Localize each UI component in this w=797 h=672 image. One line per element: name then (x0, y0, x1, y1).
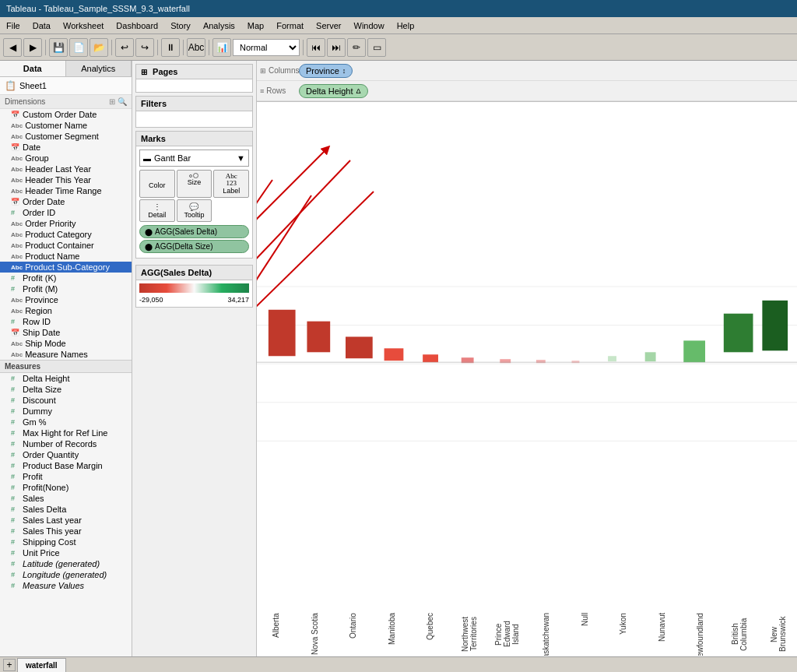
forward-button[interactable]: ▶ (23, 38, 42, 57)
field-discount[interactable]: #Discount (0, 395, 132, 406)
marks-detail-btn[interactable]: ⋮ Detail (139, 199, 175, 222)
field-customer-segment[interactable]: AbcCustomer Segment (0, 131, 132, 142)
field-sales-this-year[interactable]: #Sales This year (0, 526, 132, 537)
bar-alberta[interactable] (269, 310, 296, 356)
menu-dashboard[interactable]: Dashboard (110, 19, 164, 32)
bar-null[interactable] (572, 361, 580, 363)
field-order-quantity[interactable]: #Order Quantity (0, 449, 132, 460)
back-button[interactable]: ◀ (3, 38, 22, 57)
field-custom-order-date[interactable]: 📅Custom Order Date (0, 109, 132, 120)
save-button[interactable]: 💾 (49, 38, 68, 57)
title-text: Tableau - Tableau_Sample_SSSM_9.3_waterf… (6, 4, 190, 13)
field-product-base-margin[interactable]: #Product Base Margin (0, 460, 132, 471)
marks-pill-delta-size[interactable]: ⬤ AGG(Delta Size) (139, 240, 249, 253)
menu-window[interactable]: Window (348, 19, 391, 32)
field-row-id[interactable]: #Row ID (0, 316, 132, 327)
field-longitude[interactable]: #Longitude (generated) (0, 569, 132, 580)
field-product-name[interactable]: AbcProduct Name (0, 251, 132, 262)
separator-2 (111, 40, 112, 55)
field-ship-mode[interactable]: AbcShip Mode (0, 338, 132, 349)
chart-button[interactable]: 📊 (212, 38, 231, 57)
field-sales[interactable]: #Sales (0, 493, 132, 504)
delta-height-pill[interactable]: Delta Height Δ (299, 84, 368, 98)
menu-analysis[interactable]: Analysis (197, 19, 241, 32)
marks-color-btn[interactable]: Color (139, 170, 175, 198)
field-measure-names[interactable]: AbcMeasure Names (0, 349, 132, 360)
field-product-category[interactable]: AbcProduct Category (0, 229, 132, 240)
field-gm[interactable]: #Gm % (0, 417, 132, 427)
bar-yukon[interactable] (608, 356, 616, 361)
bar-newfoundland[interactable] (683, 340, 705, 362)
field-ship-date[interactable]: 📅Ship Date (0, 327, 132, 338)
field-customer-name[interactable]: AbcCustomer Name (0, 120, 132, 131)
bar-sask[interactable] (536, 360, 546, 363)
open-button[interactable]: 📂 (90, 38, 108, 57)
show-button[interactable]: ▭ (367, 38, 386, 57)
field-province[interactable]: AbcProvince (0, 294, 132, 305)
bar-manitoba[interactable] (384, 348, 404, 361)
menu-server[interactable]: Server (310, 19, 347, 32)
menu-map[interactable]: Map (241, 19, 270, 32)
field-order-priority[interactable]: AbcOrder Priority (0, 218, 132, 229)
undo-button[interactable]: ↩ (115, 38, 134, 57)
field-profit-m[interactable]: #Profit (M) (0, 283, 132, 294)
sheet-name-item[interactable]: 📋 Sheet1 (0, 77, 132, 95)
marks-label-btn[interactable]: Abc123 Label (213, 170, 249, 198)
marks-tooltip-btn[interactable]: 💬 Tooltip (177, 199, 212, 222)
field-profit-k[interactable]: #Profit (K) (0, 273, 132, 283)
label-manitoba: Manitoba (373, 613, 412, 656)
new-sheet-btn[interactable]: + (3, 659, 16, 671)
field-shipping-cost[interactable]: #Shipping Cost (0, 537, 132, 547)
field-sales-last-year[interactable]: #Sales Last year (0, 515, 132, 526)
bar-nova-scotia[interactable] (307, 322, 330, 353)
field-order-id[interactable]: #Order ID (0, 207, 132, 218)
field-region[interactable]: AbcRegion (0, 305, 132, 316)
field-header-last-year[interactable]: AbcHeader Last Year (0, 164, 132, 174)
text-button[interactable]: Abc (187, 38, 205, 57)
sheet-tab-waterfall[interactable]: waterfall (17, 658, 66, 672)
field-sales-delta[interactable]: #Sales Delta (0, 504, 132, 515)
view-dropdown[interactable]: Normal Fit Width Fit Height Entire View (233, 39, 300, 56)
field-dummy[interactable]: #Dummy (0, 406, 132, 417)
tab-data[interactable]: Data (0, 61, 66, 76)
redo-button[interactable]: ↪ (135, 38, 154, 57)
field-number-of-records[interactable]: #Number of Records (0, 438, 132, 449)
province-pill[interactable]: Province ↕ (299, 64, 353, 78)
field-product-sub-category[interactable]: AbcProduct Sub-Category (0, 262, 132, 273)
bar-new-brunswick[interactable] (762, 301, 788, 350)
field-header-this-year[interactable]: AbcHeader This Year (0, 174, 132, 185)
field-measure-values[interactable]: #Measure Values (0, 580, 132, 591)
bar-bc[interactable] (724, 314, 753, 353)
bar-ontario[interactable] (346, 336, 373, 358)
tab-analytics[interactable]: Analytics (66, 61, 132, 76)
field-max-hight[interactable]: #Max Hight for Ref Line (0, 427, 132, 438)
field-latitude[interactable]: #Latitude (generated) (0, 558, 132, 569)
menu-file[interactable]: File (0, 19, 26, 32)
next-button[interactable]: ⏭ (327, 38, 346, 57)
bar-nunavut[interactable] (645, 352, 656, 361)
menu-data[interactable]: Data (26, 19, 57, 32)
field-unit-price[interactable]: #Unit Price (0, 547, 132, 558)
marks-type-dropdown[interactable]: ▬ Gantt Bar ▼ (139, 150, 249, 167)
prev-button[interactable]: ⏮ (307, 38, 325, 57)
pencil-button[interactable]: ✏ (347, 38, 366, 57)
separator-4 (183, 40, 184, 55)
field-delta-size[interactable]: #Delta Size (0, 384, 132, 395)
new-button[interactable]: 📄 (69, 38, 88, 57)
marks-pill-sales-delta[interactable]: ⬤ AGG(Sales Delta) (139, 225, 249, 238)
field-group[interactable]: AbcGroup (0, 153, 132, 164)
menu-help[interactable]: Help (391, 19, 421, 32)
field-product-container[interactable]: AbcProduct Container (0, 240, 132, 251)
menu-worksheet[interactable]: Worksheet (57, 19, 110, 32)
field-date[interactable]: 📅Date (0, 142, 132, 153)
menu-story[interactable]: Story (164, 19, 197, 32)
field-delta-height[interactable]: #Delta Height (0, 373, 132, 384)
field-header-time-range[interactable]: AbcHeader Time Range (0, 185, 132, 196)
marks-size-btn[interactable]: Size (177, 170, 212, 198)
menu-format[interactable]: Format (270, 19, 310, 32)
field-profit[interactable]: #Profit (0, 471, 132, 482)
bar-quebec[interactable] (423, 354, 438, 362)
field-profit-none[interactable]: #Profit(None) (0, 482, 132, 493)
pause-button[interactable]: ⏸ (161, 38, 180, 57)
field-order-date[interactable]: 📅Order Date (0, 196, 132, 207)
